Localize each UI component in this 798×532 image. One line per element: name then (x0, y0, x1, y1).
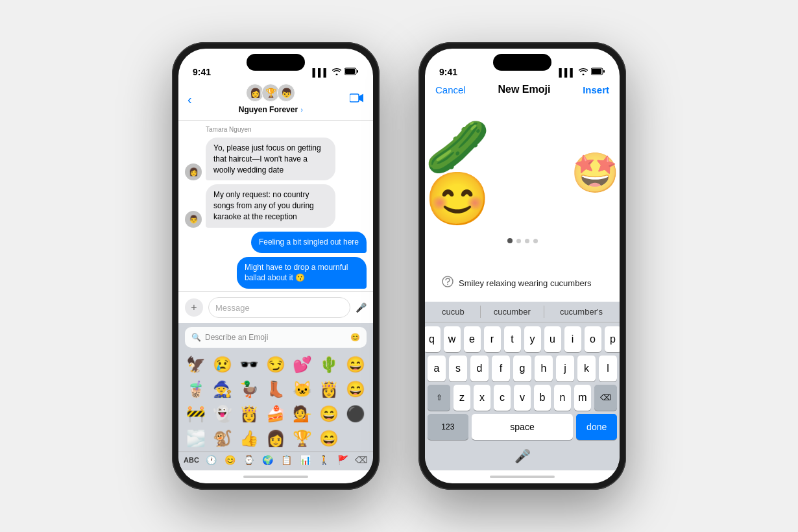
emoji-cell[interactable]: 😄 (316, 427, 341, 450)
backspace-key[interactable]: ⌫ (594, 385, 617, 411)
emoji-cell[interactable]: 🧋 (184, 378, 209, 401)
emoji-cell[interactable]: 👸 (316, 378, 341, 401)
dictation-button[interactable]: 🎤 (356, 302, 367, 313)
clipboard-icon[interactable]: 📋 (281, 455, 292, 465)
watch-icon[interactable]: ⌚ (243, 455, 254, 465)
emoji-cell[interactable]: 😏 (263, 353, 289, 376)
key-t[interactable]: t (504, 326, 521, 352)
done-key[interactable]: done (576, 414, 617, 440)
key-b[interactable]: b (534, 385, 551, 411)
back-button[interactable]: ‹ (187, 92, 192, 107)
status-icons-2: ▌▌▌ (559, 67, 605, 77)
key-x[interactable]: x (474, 385, 490, 411)
key-h[interactable]: h (535, 356, 553, 381)
messages-area: Tamara Nguyen 👩 Yo, please just focus on… (178, 121, 373, 291)
wifi-icon-2 (579, 67, 588, 77)
emoji-cell[interactable]: 👍 (237, 427, 262, 450)
search-icon: 🔍 (191, 333, 201, 342)
key-row-1: q w e r t y u i o p (428, 326, 617, 352)
emoji-cell[interactable]: 🌵 (316, 353, 341, 376)
key-e[interactable]: e (464, 326, 481, 352)
recent-icon[interactable]: 🕐 (206, 455, 217, 465)
emoji-cell[interactable]: 🚧 (184, 402, 209, 426)
person-icon[interactable]: 🚶 (319, 455, 330, 465)
key-s[interactable]: s (449, 356, 467, 381)
key-row-3: ⇧ z x c v b n m ⌫ (428, 385, 617, 411)
status-time-1: 9:41 (193, 67, 211, 77)
key-k[interactable]: k (577, 356, 596, 381)
battery-icon (345, 67, 359, 77)
keyboard-mic-icon[interactable]: 🎤 (514, 448, 531, 464)
svg-rect-3 (350, 94, 359, 102)
emoji-cell[interactable]: 👢 (263, 378, 289, 401)
message-input[interactable]: Message (208, 297, 350, 318)
key-r[interactable]: r (484, 326, 501, 352)
key-w[interactable]: w (444, 326, 461, 352)
key-z[interactable]: z (453, 385, 470, 411)
group-info[interactable]: 👩 🏆 👦 Nguyen Forever › (239, 84, 303, 115)
emoji-cell[interactable]: 👩 (263, 427, 289, 450)
space-key[interactable]: space (472, 414, 574, 440)
emoji-cell[interactable]: 👻 (210, 402, 236, 426)
signal-icon-2: ▌▌▌ (559, 68, 575, 77)
emoji-cell[interactable]: 💁 (289, 402, 315, 426)
key-g[interactable]: g (513, 356, 531, 381)
autocomplete-2[interactable]: cucumber (480, 306, 544, 318)
cancel-button[interactable]: Cancel (435, 84, 466, 95)
emoji-cell[interactable]: 🍰 (263, 402, 289, 426)
emoji-cell[interactable]: 🐱 (289, 378, 315, 401)
globe-icon[interactable]: 🌍 (262, 455, 273, 465)
key-q[interactable]: q (425, 326, 441, 352)
key-y[interactable]: y (524, 326, 541, 352)
add-attachment-button[interactable]: + (185, 298, 203, 317)
emoji-cell[interactable]: ⚫ (343, 402, 368, 426)
abc-label[interactable]: ABC (184, 456, 199, 464)
emoji-cell[interactable]: 😄 (343, 353, 368, 376)
svg-rect-5 (592, 69, 601, 74)
emoji-cell[interactable]: 🦅 (184, 353, 209, 376)
autocomplete-3[interactable]: cucumber's (555, 306, 608, 318)
message-placeholder: Message (215, 303, 250, 313)
pagination-dots (507, 238, 538, 243)
key-a[interactable]: a (428, 356, 446, 381)
flag-icon[interactable]: 🚩 (337, 455, 348, 465)
key-v[interactable]: v (514, 385, 531, 411)
msg-avatar-1: 👩 (185, 163, 202, 180)
signal-icon: ▌▌▌ (312, 68, 329, 77)
emoji-cell[interactable]: 💕 (289, 353, 315, 376)
key-j[interactable]: j (556, 356, 574, 381)
emoji-cell[interactable]: 😄 (343, 378, 368, 401)
key-d[interactable]: d (470, 356, 489, 381)
emoji-cell[interactable]: 🧙 (210, 378, 236, 401)
emoji-cell[interactable]: 🕶️ (237, 353, 262, 376)
key-c[interactable]: c (494, 385, 511, 411)
smiley-icon[interactable]: 😊 (224, 455, 236, 465)
emoji-cell[interactable]: 👸 (237, 402, 262, 426)
key-f[interactable]: f (492, 356, 510, 381)
shift-key[interactable]: ⇧ (428, 385, 450, 411)
key-row-4: 123 space done (428, 414, 617, 440)
emoji-cell[interactable]: 🏆 (289, 427, 315, 450)
emoji-cell[interactable]: 😢 (210, 353, 236, 376)
emoji-cell[interactable]: 🦆 (237, 378, 262, 401)
delete-button[interactable]: ⌫ (355, 455, 368, 465)
home-indicator-2 (425, 470, 620, 483)
insert-button[interactable]: Insert (583, 84, 609, 95)
key-n[interactable]: n (554, 385, 571, 411)
video-call-button[interactable] (350, 93, 364, 106)
emoji-cell[interactable]: 🌫️ (184, 427, 209, 450)
key-p[interactable]: p (605, 326, 620, 352)
key-l[interactable]: l (599, 356, 617, 381)
emoji-search-bar[interactable]: 🔍 Describe an Emoji 😊 (185, 327, 367, 348)
autocomplete-1[interactable]: cucub (437, 306, 470, 318)
emoji-cell[interactable]: 🐒 (210, 427, 236, 450)
key-m[interactable]: m (574, 385, 591, 411)
dynamic-island-2 (493, 54, 551, 71)
chart-icon[interactable]: 📊 (300, 455, 311, 465)
emoji-cell[interactable]: 😄 (316, 402, 341, 426)
key-i[interactable]: i (564, 326, 581, 352)
msg-bubble-3: Feeling a bit singled out here (251, 232, 367, 253)
key-u[interactable]: u (544, 326, 561, 352)
numbers-key[interactable]: 123 (428, 414, 468, 440)
key-o[interactable]: o (585, 326, 601, 352)
